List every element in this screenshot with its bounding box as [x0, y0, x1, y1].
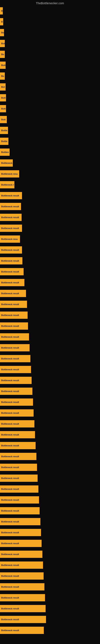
bar-label: Bottleneck result	[0, 518, 40, 525]
bar-row: Bottleneck	[0, 158, 100, 168]
bar-row: Bottleneck resu	[0, 169, 100, 179]
bar-label: Bottlen	[0, 148, 10, 156]
bar-label: Bottleneck result	[0, 605, 46, 612]
bar-row: Bot	[0, 82, 100, 92]
bar-row: B	[0, 16, 100, 27]
bar-label: Bottleneck result	[0, 540, 42, 547]
bar-label: Bottleneck result	[0, 224, 22, 232]
bar-label: Bottleneck result	[0, 464, 37, 471]
bar-row: Bottleneck result	[0, 397, 100, 407]
bar-row: Bott	[0, 114, 100, 125]
bar-label: Bottleneck result	[0, 312, 28, 319]
bar-label: Bottle	[0, 127, 8, 134]
bar-label: Bottleneck result	[0, 257, 22, 264]
bar-row: Bottleneck result	[0, 614, 100, 625]
bar-row: Bott	[0, 92, 100, 103]
bar-row: Bottleneck result	[0, 266, 100, 277]
bar-label: Bottleneck result	[0, 377, 32, 384]
bar-row: Bottleneck result	[0, 212, 100, 222]
bar-row: Bott	[0, 60, 100, 70]
bar-label: Bott	[0, 62, 6, 69]
bar-label: Bot	[0, 40, 5, 47]
bar-row: Bottleneck resu	[0, 234, 100, 244]
bar-label: Bottleneck result	[0, 562, 43, 569]
bar-row: Bottleneck result	[0, 462, 100, 472]
bar-label: Bottleneck result	[0, 366, 31, 373]
bar-label: B	[0, 18, 3, 25]
bar-label: Bottleneck result	[0, 333, 29, 340]
bar-label: Bottleneck result	[0, 214, 22, 221]
bar-label: Bottle	[0, 138, 8, 145]
bar-row: Bottleneck result	[0, 527, 100, 538]
bar-label: Bottleneck result	[0, 507, 40, 514]
bar-row: Bottleneck result	[0, 549, 100, 560]
bar-row: Bottleneck result	[0, 484, 100, 494]
bar-label: Bottleneck result	[0, 627, 44, 634]
bar-row: Bottle	[0, 125, 100, 136]
bar-row: Bottleneck result	[0, 223, 100, 234]
bar-label: Bottleneck r	[0, 181, 14, 188]
bar-row: Bottleneck result	[0, 582, 100, 592]
bar-row: Bottleneck result	[0, 603, 100, 614]
bar-row: Bottleneck result	[0, 277, 100, 288]
bar-row: Bottleneck result	[0, 342, 100, 353]
bar-row: Bottleneck result	[0, 451, 100, 462]
bar-label: Bottleneck result	[0, 496, 39, 504]
bar-row: Bottleneck result	[0, 299, 100, 310]
bar-label: Bo	[0, 29, 4, 36]
bar-row: Bottleneck result	[0, 516, 100, 527]
bar-row: Bottleneck r	[0, 180, 100, 190]
bar-label: Bottleneck result	[0, 246, 22, 254]
bar-label: B	[0, 7, 3, 14]
bar-label: Bottleneck result	[0, 474, 38, 482]
bar-label: Bottleneck result	[0, 344, 30, 352]
bar-row: Bottleneck result	[0, 354, 100, 364]
bar-row: Bottleneck result	[0, 440, 100, 451]
bar-label: Bottleneck result	[0, 301, 27, 308]
bar-label: Bottleneck result	[0, 192, 22, 199]
bar-label: Bottleneck result	[0, 486, 38, 493]
bar-label: Bo	[0, 72, 5, 80]
bar-row: Bo	[0, 71, 100, 81]
bar-label: Bottleneck result	[0, 322, 28, 330]
bar-row: Bottleneck result	[0, 571, 100, 581]
bar-row: Bottleneck result	[0, 321, 100, 331]
bar-row: Bottleneck result	[0, 190, 100, 201]
bar-label: Bottleneck result	[0, 442, 36, 449]
bar-label: Bottleneck result	[0, 268, 24, 275]
bar-label: Bot	[0, 83, 6, 90]
bar-row: Bottleneck result	[0, 495, 100, 505]
bar-row: Bottleneck result	[0, 592, 100, 603]
chart-container: BBBoBotBoBottBoBotBottBottBottBottleBott…	[0, 6, 100, 636]
bar-label: Bottleneck result	[0, 388, 32, 395]
bar-label: Bottleneck result	[0, 355, 30, 362]
bar-row: Bottleneck result	[0, 364, 100, 375]
bar-label: Bott	[0, 105, 6, 112]
bar-label: Bottleneck result	[0, 572, 44, 580]
bar-label: Bottleneck	[0, 160, 13, 167]
bar-row: Bottleneck result	[0, 256, 100, 266]
bar-row: Bottleneck result	[0, 538, 100, 548]
bar-row: Bottle	[0, 136, 100, 146]
bar-row: Bot	[0, 38, 100, 49]
bar-row: Bottleneck result	[0, 560, 100, 570]
bar-label: Bottleneck result	[0, 398, 33, 406]
bar-row: Bottleneck result	[0, 506, 100, 516]
bar-label: Bottleneck result	[0, 616, 46, 623]
bar-label: Bott	[0, 94, 6, 102]
bar-label: Bottleneck result	[0, 290, 26, 297]
bar-label: Bott	[0, 116, 7, 123]
bar-row: Bottleneck result	[0, 332, 100, 342]
bar-row: B	[0, 6, 100, 16]
bar-label: Bottleneck result	[0, 279, 24, 286]
bar-label: Bottleneck result	[0, 453, 36, 460]
bar-row: Bottleneck result	[0, 408, 100, 418]
bar-row: Bottleneck result	[0, 430, 100, 440]
bar-row: Bottleneck result	[0, 473, 100, 484]
bar-row: Bott	[0, 104, 100, 114]
bar-row: Bottleneck result	[0, 625, 100, 636]
site-title: TheBottlenecker.com	[0, 0, 100, 6]
bar-label: Bottleneck result	[0, 203, 21, 210]
bar-row: Bo	[0, 27, 100, 38]
bar-label: Bo	[0, 51, 5, 58]
